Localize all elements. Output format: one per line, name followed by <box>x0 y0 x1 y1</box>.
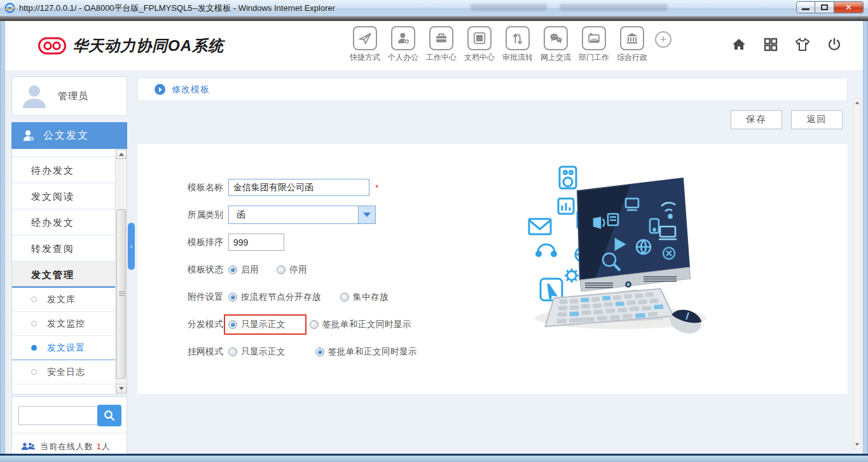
sidebar-item-handled-dispatch[interactable]: 经办发文 <box>12 209 116 235</box>
radio-icon <box>277 265 286 274</box>
breadcrumb-arrow-icon <box>155 84 165 95</box>
nav-item-approval-flow[interactable]: 审批流转 <box>499 26 537 63</box>
scroll-up-arrow[interactable] <box>854 99 860 106</box>
radio-selected-icon <box>228 320 237 329</box>
radio-selected-icon <box>315 347 324 356</box>
add-module-button[interactable]: + <box>655 31 672 48</box>
user-profile-card[interactable]: 管理员 <box>11 76 127 116</box>
page-content: 华天动力协同OA系统 快捷方式 个人办公 工作中心 文档中心 <box>5 21 863 454</box>
scroll-down-arrow[interactable] <box>854 440 860 448</box>
header-quick-icons <box>731 36 843 53</box>
brand-infinity-icon <box>38 36 66 55</box>
back-button[interactable]: 返回 <box>791 110 843 129</box>
form-row-sort: 模板排序 <box>188 228 848 256</box>
window-edge <box>0 17 868 21</box>
template-form: 模板名称 * 所属类别 函 模板排序 <box>137 144 848 365</box>
category-select[interactable]: 函 <box>228 206 376 224</box>
sidebar-bottom-box: 当前在线人数 1人 <box>11 396 127 454</box>
online-unit: 人 <box>102 442 111 451</box>
maximize-icon <box>821 4 828 10</box>
sidebar-scrollbar[interactable] <box>115 149 127 394</box>
nav-item-work-center[interactable]: 工作中心 <box>422 26 460 63</box>
attachment-split-radio[interactable]: 按流程节点分开存放 <box>228 291 340 303</box>
nav-item-admin-affairs[interactable]: 综合行政 <box>613 26 651 63</box>
nav-item-document-center[interactable]: 文档中心 <box>460 26 499 63</box>
chevron-down-icon[interactable] <box>358 206 375 223</box>
paper-plane-icon <box>357 30 373 46</box>
sidebar-collapse-handle[interactable]: ‹ <box>128 223 135 270</box>
person-star-icon <box>395 30 411 46</box>
sidebar-subitem-dispatch-library[interactable]: 发文库 <box>12 288 116 312</box>
uturn-arrows-icon <box>509 30 526 46</box>
sort-order-input[interactable] <box>228 234 284 251</box>
form-row-hangnet-mode: 挂网模式 只显示正文 签批单和正文同时显示 <box>188 338 848 365</box>
nav-item-online-chat[interactable]: 网上交流 <box>537 26 575 63</box>
bullet-icon <box>31 369 37 375</box>
sidebar-subitem-security-log[interactable]: 安全日志 <box>12 360 116 384</box>
window-frame-left <box>0 21 5 462</box>
template-name-input[interactable] <box>228 179 369 196</box>
status-enable-radio[interactable]: 启用 <box>228 264 277 276</box>
maximize-button[interactable] <box>815 1 834 13</box>
nav-item-personal-office[interactable]: 个人办公 <box>384 26 422 63</box>
ie-favicon <box>4 3 15 13</box>
radio-icon <box>340 293 349 302</box>
avatar <box>20 81 49 111</box>
search-button[interactable] <box>97 405 121 426</box>
theme-button[interactable] <box>794 36 811 53</box>
sidebar: 管理员 公文发文 我的拟稿 待办发文 发文阅读 经办发文 转发查阅 发文管理 <box>5 70 134 454</box>
apps-grid-button[interactable] <box>762 36 779 53</box>
main-scrollbar[interactable] <box>853 98 861 449</box>
category-label: 所属类别 <box>188 209 228 221</box>
online-label: 当前在线人数 <box>40 442 93 451</box>
close-button[interactable]: ✕ <box>834 1 864 13</box>
sidebar-item-dispatch-management[interactable]: 发文管理 <box>12 262 116 288</box>
scrollbar-thumb[interactable] <box>116 209 126 379</box>
sidebar-subitem-dispatch-settings[interactable]: 发文设置 <box>12 336 116 360</box>
form-row-status: 模板状态 启用 停用 <box>188 256 848 283</box>
sidebar-item-my-drafts[interactable]: 我的拟稿 <box>12 149 116 157</box>
power-icon <box>827 37 842 52</box>
sidebar-menu-panel: 我的拟稿 待办发文 发文阅读 经办发文 转发查阅 发文管理 发文库 发文监控 <box>11 149 127 395</box>
minimize-button[interactable] <box>796 1 815 13</box>
radio-icon <box>310 320 319 329</box>
required-asterisk: * <box>375 183 378 193</box>
status-label: 模板状态 <box>188 264 228 276</box>
sidebar-item-forward-review[interactable]: 转发查阅 <box>12 235 116 262</box>
window-frame-bottom <box>0 454 868 462</box>
attachment-central-radio[interactable]: 集中存放 <box>340 291 389 303</box>
window-frame-right <box>863 21 868 462</box>
form-row-attachment: 附件设置 按流程节点分开存放 集中存放 <box>188 283 848 311</box>
background-window-artifact <box>471 4 547 11</box>
nav-item-shortcut[interactable]: 快捷方式 <box>346 26 384 63</box>
main-content: 修改模板 保存 返回 模板名称 * 所属类别 <box>134 70 863 454</box>
computer-illustration <box>519 158 710 349</box>
nav-item-department-work[interactable]: 部门工作 <box>575 26 613 63</box>
distribute-both-radio[interactable]: 签批单和正文同时显示 <box>310 319 411 330</box>
save-button[interactable]: 保存 <box>731 110 782 129</box>
breadcrumb: 修改模板 <box>137 78 848 101</box>
home-button[interactable] <box>731 36 747 53</box>
bullet-icon <box>31 297 37 302</box>
hangnet-both-radio[interactable]: 签批单和正文同时显示 <box>315 346 417 358</box>
search-input[interactable] <box>18 406 98 425</box>
sidebar-item-pending-dispatch[interactable]: 待办发文 <box>12 157 116 183</box>
sidebar-subitem-dispatch-monitor[interactable]: 发文监控 <box>12 312 116 336</box>
distribute-body-only-radio[interactable]: 只显示正文 <box>224 314 307 335</box>
person-doc-icon <box>22 129 36 143</box>
bank-icon <box>624 30 640 46</box>
sidebar-menu: 我的拟稿 待办发文 发文阅读 经办发文 转发查阅 发文管理 发文库 发文监控 <box>12 149 116 384</box>
sidebar-item-dispatch-reading[interactable]: 发文阅读 <box>12 183 116 209</box>
title-bar[interactable]: http://127.0.0.1/ - OA8000平台版_FPLMYSQL5-… <box>0 0 868 17</box>
logout-button[interactable] <box>826 36 843 53</box>
status-disable-radio[interactable]: 停用 <box>277 264 307 276</box>
sidebar-section-document-dispatch[interactable]: 公文发文 <box>11 122 127 149</box>
hangnet-body-only-radio[interactable]: 只显示正文 <box>228 346 315 358</box>
app-logo: 华天动力协同OA系统 <box>38 36 224 56</box>
home-icon <box>731 37 747 52</box>
template-form-panel: 模板名称 * 所属类别 函 模板排序 <box>137 144 848 394</box>
user-name: 管理员 <box>58 90 88 102</box>
scroll-up-arrow[interactable] <box>116 150 127 159</box>
scroll-down-arrow[interactable] <box>116 384 127 393</box>
section-title: 公文发文 <box>43 129 89 143</box>
